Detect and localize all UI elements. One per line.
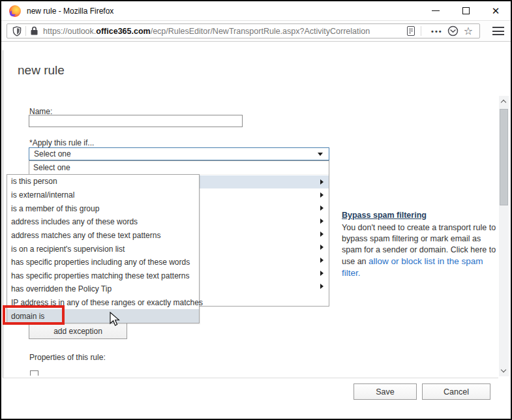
help-body: You don't need to create a transport rul… xyxy=(342,222,500,279)
divider xyxy=(25,26,26,36)
annotation-red-box xyxy=(3,305,65,325)
condition-submenu: is this personis external/internalis a m… xyxy=(7,174,200,323)
navigation-bar: https://outlook.office365.com/ecp/RulesE… xyxy=(1,21,511,42)
divider xyxy=(421,26,421,36)
tracking-shield-icon[interactable] xyxy=(12,26,22,37)
scroll-up-icon[interactable] xyxy=(501,100,506,105)
submenu-arrow-icon xyxy=(320,218,324,224)
submenu-item-address-matches-any-of-these-text-patterns[interactable]: address matches any of these text patter… xyxy=(7,229,199,243)
url-path: /ecp/RulesEditor/NewTransportRule.aspx?A… xyxy=(151,27,370,36)
submenu-arrow-icon xyxy=(320,258,324,263)
submenu-arrow-icon xyxy=(320,284,324,289)
dropdown-item-select-one[interactable]: Select one xyxy=(29,161,329,175)
close-icon: ✕ xyxy=(492,5,500,17)
reader-mode-icon[interactable] xyxy=(404,26,415,36)
scrollbar-thumb[interactable] xyxy=(500,109,508,205)
submenu-arrow-icon xyxy=(320,192,324,198)
menu-icon[interactable] xyxy=(492,26,504,36)
close-button[interactable]: ✕ xyxy=(481,1,511,20)
apply-rule-label: *Apply this rule if... xyxy=(29,138,94,147)
panel-bottom-border xyxy=(3,378,498,378)
url-prefix: https://outlook. xyxy=(43,27,96,36)
url-domain: office365.com xyxy=(96,27,150,36)
help-panel: Bypass spam filtering You don't need to … xyxy=(342,211,500,279)
maximize-icon xyxy=(462,7,470,14)
page-content: new rule Name: *Apply this rule if... Se… xyxy=(1,42,511,419)
submenu-item-is-external-internal[interactable]: is external/internal xyxy=(7,188,199,202)
minimize-button[interactable] xyxy=(421,1,451,20)
submenu-arrow-icon xyxy=(320,245,324,250)
submenu-arrow-icon xyxy=(320,205,324,211)
pocket-icon[interactable] xyxy=(447,25,459,37)
submenu-arrow-icon xyxy=(320,271,324,276)
firefox-icon xyxy=(9,5,21,17)
minimize-icon xyxy=(432,10,440,11)
submenu-item-is-on-a-recipient-s-supervision-list[interactable]: is on a recipient's supervision list xyxy=(7,242,199,256)
submenu-item-has-specific-properties-matching-these-text-patterns[interactable]: has specific properties matching these t… xyxy=(7,269,199,282)
url-text[interactable]: https://outlook.office365.com/ecp/RulesE… xyxy=(43,27,404,36)
bypass-spam-filtering-link[interactable]: Bypass spam filtering xyxy=(342,211,427,220)
page-title: new rule xyxy=(18,63,65,78)
save-button[interactable]: Save xyxy=(354,383,417,400)
firefox-window: new rule - Mozilla Firefox ✕ https://out… xyxy=(0,0,512,420)
properties-label: Properties of this rule: xyxy=(29,353,106,362)
submenu-arrow-icon xyxy=(320,179,324,185)
submenu-arrow-icon xyxy=(320,232,324,237)
name-input[interactable] xyxy=(29,115,243,127)
vertical-scrollbar[interactable] xyxy=(499,96,509,376)
submenu-item-is-a-member-of-this-group[interactable]: is a member of this group xyxy=(7,202,199,215)
apply-rule-select[interactable]: Select one xyxy=(29,147,329,160)
url-bar[interactable]: https://outlook.office365.com/ecp/RulesE… xyxy=(7,23,480,38)
submenu-item-address-includes-any-of-these-words[interactable]: address includes any of these words xyxy=(7,215,199,229)
mouse-cursor-icon xyxy=(110,312,123,329)
scroll-down-icon[interactable] xyxy=(501,367,506,372)
title-bar: new rule - Mozilla Firefox ✕ xyxy=(1,1,511,21)
window-title: new rule - Mozilla Firefox xyxy=(27,7,113,16)
bookmark-star-icon[interactable]: ☆ xyxy=(464,26,473,37)
apply-rule-select-value: Select one xyxy=(34,149,71,158)
maximize-button[interactable] xyxy=(451,1,481,20)
submenu-item-has-specific-properties-including-any-of-these-words[interactable]: has specific properties including any of… xyxy=(7,256,199,269)
lock-icon[interactable] xyxy=(30,26,38,36)
panel-left-border xyxy=(3,50,3,378)
page-actions-icon[interactable]: ••• xyxy=(431,27,443,35)
submenu-item-is-this-person[interactable]: is this person xyxy=(7,175,199,188)
chevron-down-icon xyxy=(318,153,323,156)
cancel-button[interactable]: Cancel xyxy=(422,383,490,400)
rule-checkbox[interactable] xyxy=(30,370,38,376)
submenu-item-has-overridden-the-policy-tip[interactable]: has overridden the Policy Tip xyxy=(7,282,199,296)
